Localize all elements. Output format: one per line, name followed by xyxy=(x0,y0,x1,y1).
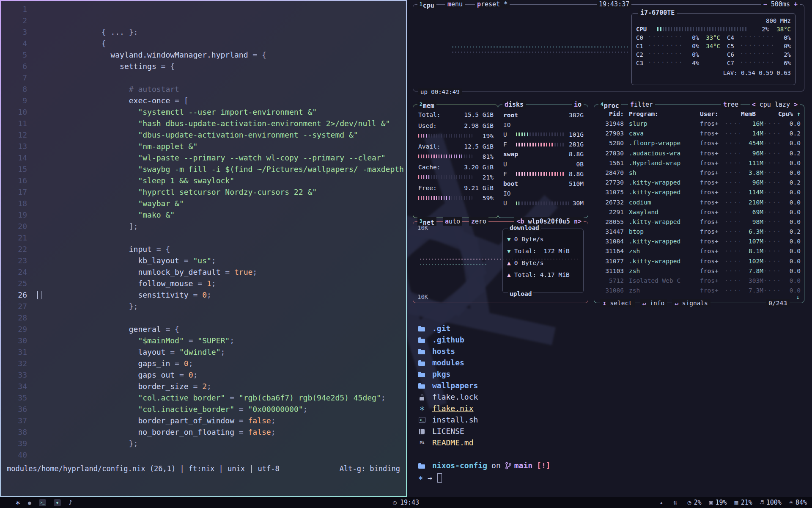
statusbar-module[interactable]: ◔ 2% xyxy=(687,499,701,506)
code-line[interactable]: 40 disable_autoreload = true; xyxy=(1,449,406,461)
code-line[interactable]: 2 { xyxy=(1,15,406,26)
btop-io-toggle[interactable]: io xyxy=(572,100,584,109)
cpu-total-meter xyxy=(657,27,748,31)
btop-preset-button[interactable]: preset * xyxy=(475,0,510,8)
btop-net-box: 3net auto zero <b wlp0s20f0u5 n> 10K 10K… xyxy=(413,221,588,303)
net-auto-toggle[interactable]: auto xyxy=(443,217,462,226)
code-line[interactable]: 22 numlock_by_default = true; xyxy=(1,243,406,255)
btop-menu-button[interactable]: menu xyxy=(445,0,465,8)
proc-table-header[interactable]: Pid: Program: User: MemB Cpu% ↑ xyxy=(594,109,804,119)
module-value: 84% xyxy=(796,499,807,506)
code-line[interactable]: 36 no_border_on_floating = false; xyxy=(1,403,406,415)
code-line[interactable]: 18 ]; xyxy=(1,198,406,209)
taskbar-app-icon[interactable]: ◆ xyxy=(54,499,61,506)
statusbar-module[interactable]: ▴ xyxy=(659,499,666,506)
process-row[interactable]: 31447 btop fros+ 6.3M 0.2 xyxy=(594,227,804,237)
process-row[interactable]: 31164 zsh fros+ 8.1M 0.0 xyxy=(594,246,804,256)
code-line[interactable]: 21 kb_layout = "us"; xyxy=(1,232,406,243)
btop-disks-tab[interactable]: disks xyxy=(502,100,526,109)
code-line[interactable]: 10 "dbus-update-activation-environment -… xyxy=(1,106,406,118)
process-row[interactable]: 31948 slurp fros+ 16M 0.0 xyxy=(594,119,804,129)
disk-row: boot 510M xyxy=(503,179,584,188)
code-line[interactable]: 34 "col.inactive_border" = "0x00000000"; xyxy=(1,381,406,392)
net-zero-toggle[interactable]: zero xyxy=(469,217,488,226)
statusbar-module[interactable]: ▣ 19% xyxy=(709,499,727,506)
taskbar-app-icon[interactable]: ● xyxy=(28,500,31,506)
code-line[interactable]: 12 "wl-paste --primary --watch wl-copy -… xyxy=(1,129,406,141)
file-row: flake.lock xyxy=(418,391,812,403)
process-row[interactable]: 27830 .audacious-wra fros+ 96M 0.2 xyxy=(594,149,804,158)
code-line[interactable]: 33 "col.active_border" = "rgb(cba6f7) rg… xyxy=(1,369,406,381)
code-line[interactable]: 6 # autostart xyxy=(1,61,406,72)
git-branch-name: main xyxy=(514,461,532,470)
line-text: disable_autoreload = true; xyxy=(37,449,257,461)
proc-footer-action[interactable]: ↕ select xyxy=(600,299,635,307)
process-row[interactable]: 1561 .Hyprland-wrap fros+ 111M 0.0 xyxy=(594,158,804,168)
code-line[interactable]: 28 "$mainMod" = "SUPER"; xyxy=(1,312,406,323)
btop-cpu-tab[interactable]: 1cpu xyxy=(417,0,436,8)
btop-proc-tab[interactable]: 4proc xyxy=(598,100,621,109)
file-icon xyxy=(418,428,426,435)
process-row[interactable]: 27903 cava fros+ 14M 0.2 xyxy=(594,129,804,138)
process-row[interactable]: 31084 .kitty-wrapped fros+ 107M 0.0 xyxy=(594,237,804,246)
btop-interval-control[interactable]: − 500ms + xyxy=(761,0,800,8)
taskbar-app-icon[interactable]: >_ xyxy=(39,499,46,506)
module-value: 100% xyxy=(766,499,782,506)
git-branch-icon xyxy=(505,462,512,469)
statusbar-module[interactable]: ▦ 21% xyxy=(735,499,752,506)
code-line[interactable]: 9 "hash dbus-update-activation-environme… xyxy=(1,95,406,106)
proc-tree-toggle[interactable]: tree xyxy=(721,100,741,109)
code-line[interactable]: 13 "swaybg -m fill -i $(find ~/Pictures/… xyxy=(1,141,406,152)
btop-mem-tab[interactable]: 2mem xyxy=(417,100,436,109)
process-row[interactable]: 2291 Xwayland fros+ 69M 0.0 xyxy=(594,207,804,217)
line-number: 10 xyxy=(1,106,37,118)
editor-buffer[interactable]: 1 { ... }: 2 { xyxy=(1,1,406,463)
file-row: .git xyxy=(418,323,812,334)
statusbar-module[interactable]: ⇅ xyxy=(673,499,680,506)
code-line[interactable]: 8 "systemctl --user import-environment &… xyxy=(1,83,406,95)
code-line[interactable]: 20 input = { xyxy=(1,221,406,232)
code-line[interactable]: 1 { ... }: xyxy=(1,3,406,15)
upload-label: upload xyxy=(508,290,533,297)
taskbar-app-icon[interactable]: ∗ xyxy=(15,498,20,507)
cpu-usage-graph-2 xyxy=(451,51,628,53)
process-row[interactable]: 31077 .kitty-wrapped fros+ 102M 0.0 xyxy=(594,257,804,266)
code-line[interactable]: 39 misc = { xyxy=(1,438,406,449)
process-row[interactable]: 31075 .kitty-wrapped fros+ 114M 0.0 xyxy=(594,188,804,197)
taskbar-app-icon[interactable]: ♪ xyxy=(69,499,72,506)
clock-module[interactable]: ◷ 19:43 xyxy=(393,499,419,506)
code-line[interactable]: 3 wayland.windowManager.hyprland = { xyxy=(1,26,406,38)
process-row[interactable]: 28470 sh fros+ 3.8M 0.0 xyxy=(594,168,804,178)
code-line[interactable]: 29 layout = "dwindle"; xyxy=(1,323,406,335)
process-row[interactable]: 5280 .floorp-wrappe fros+ 454M 0.0 xyxy=(594,138,804,148)
process-row[interactable]: 27730 .kitty-wrapped fros+ 96M 0.2 xyxy=(594,178,804,188)
code-token: = xyxy=(234,416,248,425)
file-name: LICENSE xyxy=(432,427,464,436)
code-token: true xyxy=(234,268,252,276)
file-icon xyxy=(418,336,426,344)
code-line[interactable]: 23 follow_mouse = 1; xyxy=(1,255,406,266)
code-line[interactable]: 32 border_size = 2; xyxy=(1,358,406,369)
statusbar-module[interactable]: ☀ 84% xyxy=(789,499,807,506)
process-row[interactable]: 28055 .kitty-wrapped fros+ 98M 0.0 xyxy=(594,217,804,227)
proc-footer-action[interactable]: ↵ info xyxy=(640,299,667,307)
code-line[interactable]: 24 sensitivity = 0; xyxy=(1,266,406,278)
process-row[interactable]: 31103 zsh fros+ 7.8M 0.0 xyxy=(594,266,804,276)
scroll-down-icon[interactable]: ↓ xyxy=(796,293,800,301)
line-text: "hash dbus-update-activation-environment… xyxy=(37,95,390,106)
process-row[interactable]: 26732 codium fros+ 210M 0.0 xyxy=(594,198,804,207)
code-line[interactable]: 7 exec-once = [ xyxy=(1,72,406,83)
proc-sort-selector[interactable]: < cpu lazy > xyxy=(750,100,800,109)
code-line[interactable]: 4 settings = { xyxy=(1,38,406,49)
disk-row: U 101G xyxy=(503,130,584,139)
process-row[interactable]: 5712 Isolated Web C fros+ 303M 0.0 xyxy=(594,276,804,286)
statusbar-module[interactable]: ♬ 100% xyxy=(760,499,782,506)
code-line[interactable]: 19 xyxy=(1,209,406,221)
disk-row: U 0B xyxy=(503,159,584,169)
code-line[interactable]: 27 general = { xyxy=(1,301,406,312)
shell-input-line[interactable]: ∗ → xyxy=(418,472,812,483)
process-row[interactable]: 31086 zsh fros+ 7.3M 0.0 xyxy=(594,286,804,295)
proc-filter-button[interactable]: filter xyxy=(628,100,655,109)
proc-footer-action[interactable]: ↵ signals xyxy=(672,299,710,307)
mem-row: Total: 15.5 GiB xyxy=(418,110,494,120)
